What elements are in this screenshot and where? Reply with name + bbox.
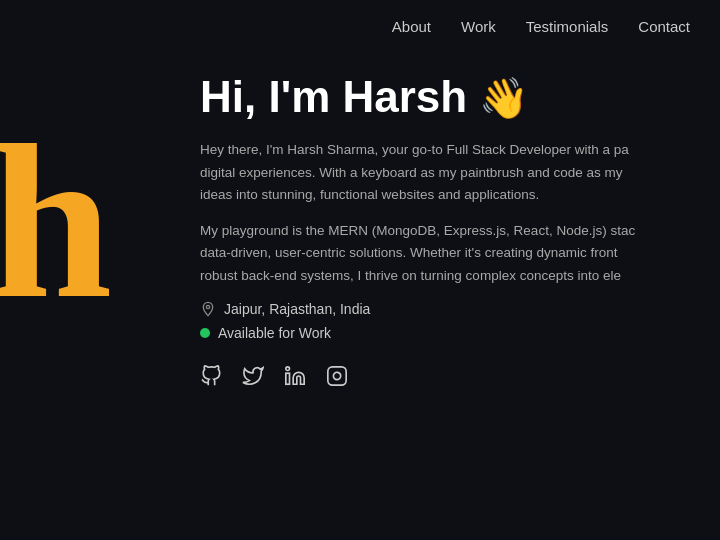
location-text: Jaipur, Rajasthan, India — [224, 301, 370, 317]
location-row: Jaipur, Rajasthan, India — [200, 301, 650, 317]
nav-testimonials[interactable]: Testimonials — [526, 18, 609, 35]
social-links — [200, 365, 650, 391]
hero-title: Hi, I'm Harsh 👋 — [200, 73, 650, 121]
hero-description-1: Hey there, I'm Harsh Sharma, your go-to … — [200, 139, 650, 206]
twitter-icon[interactable] — [242, 365, 264, 391]
location-icon — [200, 301, 216, 317]
logo-letter: h — [0, 112, 170, 332]
svg-rect-1 — [286, 373, 290, 384]
hero-section: h Hi, I'm Harsh 👋 Hey there, I'm Harsh S… — [0, 53, 720, 391]
svg-point-0 — [206, 305, 209, 308]
availability-text: Available for Work — [218, 325, 331, 341]
wave-emoji: 👋 — [479, 76, 529, 120]
github-icon[interactable] — [200, 365, 222, 391]
nav-work[interactable]: Work — [461, 18, 496, 35]
hero-description-2: My playground is the MERN (MongoDB, Expr… — [200, 220, 650, 287]
instagram-icon[interactable] — [326, 365, 348, 391]
linkedin-icon[interactable] — [284, 365, 306, 391]
hero-text-block: Hi, I'm Harsh 👋 Hey there, I'm Harsh Sha… — [170, 73, 670, 391]
svg-point-2 — [286, 367, 290, 371]
nav-contact[interactable]: Contact — [638, 18, 690, 35]
navbar: About Work Testimonials Contact — [0, 0, 720, 53]
availability-row: Available for Work — [200, 325, 650, 341]
nav-about[interactable]: About — [392, 18, 431, 35]
availability-dot — [200, 328, 210, 338]
svg-rect-3 — [328, 367, 346, 385]
